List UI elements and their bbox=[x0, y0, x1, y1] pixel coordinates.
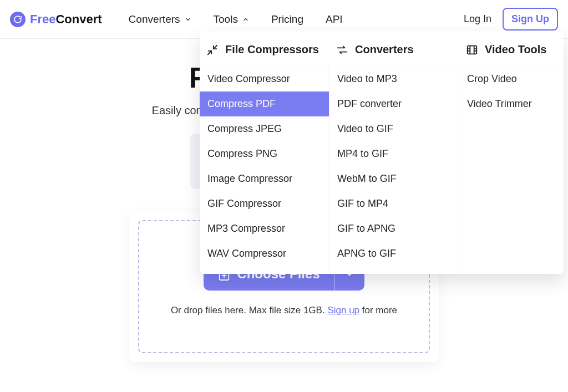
dropzone-signup-link[interactable]: Sign up bbox=[327, 305, 359, 315]
svg-line-2 bbox=[208, 50, 211, 54]
chevron-down-icon bbox=[185, 16, 191, 23]
chevron-up-icon bbox=[242, 16, 249, 23]
brand-logo[interactable]: FreeConvert bbox=[10, 12, 102, 27]
mega-menu-item[interactable]: WAV Compressor bbox=[200, 241, 329, 266]
mega-menu-item[interactable]: MP4 to GIF bbox=[329, 141, 459, 166]
svg-rect-4 bbox=[468, 45, 477, 54]
dropzone-hint-post: for more bbox=[359, 305, 397, 315]
mega-menu-item[interactable]: Compress PNG bbox=[200, 141, 329, 166]
mega-menu-item[interactable]: GIF to APNG bbox=[329, 216, 459, 241]
tools-mega-menu: File Compressors Converters Video Tools … bbox=[200, 31, 564, 274]
nav-pricing[interactable]: Pricing bbox=[271, 13, 303, 26]
brand-text: FreeConvert bbox=[30, 12, 102, 27]
mega-menu-item[interactable]: GIF Compressor bbox=[200, 191, 329, 216]
mega-menu-item[interactable]: APNG to GIF bbox=[329, 241, 459, 266]
mega-col-title-video-tools: Video Tools bbox=[466, 43, 557, 56]
mega-menu-item[interactable]: Video Compressor bbox=[200, 67, 329, 91]
mega-menu-column: Video CompressorCompress PDFCompress JPE… bbox=[200, 64, 329, 274]
dropzone-hint: Or drop files here. Max file size 1GB. S… bbox=[171, 305, 397, 316]
dropzone-hint-pre: Or drop files here. Max file size 1GB. bbox=[171, 305, 328, 315]
converters-icon bbox=[336, 44, 348, 56]
mega-col-title-compressors: File Compressors bbox=[206, 43, 336, 56]
mega-menu-item[interactable]: Video to MP3 bbox=[329, 67, 459, 91]
main-nav: Converters Tools Pricing API bbox=[129, 13, 343, 26]
signup-button[interactable]: Sign Up bbox=[503, 8, 558, 30]
mega-menu-item[interactable]: Compress PDF bbox=[200, 91, 329, 116]
nav-api-label: API bbox=[326, 13, 343, 26]
nav-api[interactable]: API bbox=[326, 13, 343, 26]
mega-menu-header: File Compressors Converters Video Tools bbox=[200, 31, 564, 64]
nav-converters-label: Converters bbox=[129, 13, 180, 26]
mega-col-title-label: Converters bbox=[355, 43, 414, 56]
auth-area: Log In Sign Up bbox=[464, 8, 558, 30]
nav-tools[interactable]: Tools bbox=[214, 13, 249, 26]
nav-pricing-label: Pricing bbox=[271, 13, 303, 26]
svg-line-3 bbox=[214, 45, 217, 48]
nav-tools-label: Tools bbox=[214, 13, 238, 26]
mega-menu-item[interactable]: PDF converter bbox=[329, 91, 459, 116]
mega-col-title-label: Video Tools bbox=[485, 43, 547, 56]
video-tools-icon bbox=[466, 44, 478, 56]
mega-col-title-converters: Converters bbox=[336, 43, 466, 56]
login-link[interactable]: Log In bbox=[464, 13, 491, 25]
mega-col-title-label: File Compressors bbox=[225, 43, 319, 56]
mega-menu-item[interactable]: Video Trimmer bbox=[459, 91, 564, 116]
brand-mark-icon bbox=[10, 12, 26, 27]
mega-menu-column: Video to MP3PDF converterVideo to GIFMP4… bbox=[329, 64, 459, 274]
compress-icon bbox=[206, 44, 219, 56]
mega-menu-column: Crop VideoVideo Trimmer bbox=[459, 64, 564, 274]
mega-menu-item[interactable]: GIF to MP4 bbox=[329, 191, 459, 216]
mega-menu-item[interactable]: Crop Video bbox=[459, 67, 564, 91]
mega-menu-item[interactable]: Compress JPEG bbox=[200, 116, 329, 141]
mega-menu-item[interactable]: MP3 Compressor bbox=[200, 216, 329, 241]
mega-menu-body: Video CompressorCompress PDFCompress JPE… bbox=[200, 64, 564, 274]
mega-menu-item[interactable]: WebM to GIF bbox=[329, 166, 459, 191]
nav-converters[interactable]: Converters bbox=[129, 13, 191, 26]
mega-menu-item[interactable]: Image Compressor bbox=[200, 166, 329, 191]
mega-menu-item[interactable]: Video to GIF bbox=[329, 116, 459, 141]
